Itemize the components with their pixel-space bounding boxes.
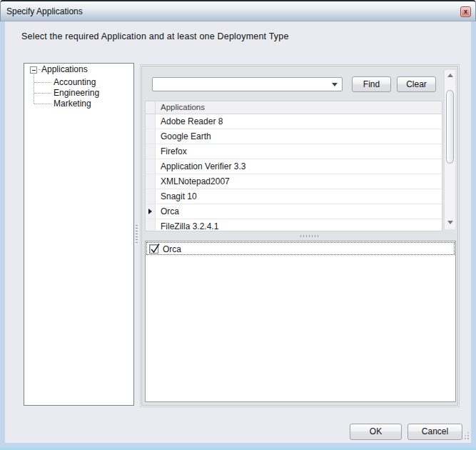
grid-header-row: Applications — [146, 101, 442, 114]
applications-panel: Find Clear Applications Adobe Reader 8 G… — [140, 64, 460, 407]
application-name-cell: Firefox — [156, 144, 187, 159]
scroll-down-icon[interactable] — [447, 221, 453, 224]
grid-row[interactable]: Snagit 10 — [146, 189, 442, 204]
window-title: Specify Applications — [6, 6, 83, 16]
application-name-cell: Google Earth — [156, 129, 211, 144]
grid-row[interactable]: XMLNotepad2007 — [146, 174, 442, 189]
grid-column-header[interactable]: Applications — [156, 101, 205, 114]
panel-splitter-handle[interactable] — [136, 225, 138, 244]
dialog-window: Specify Applications x Select the requir… — [0, 0, 476, 450]
application-name-cell: Application Verifier 3.3 — [156, 159, 245, 174]
check-icon — [149, 242, 162, 255]
grid-row[interactable]: Application Verifier 3.3 — [146, 159, 442, 174]
tree-node-marketing[interactable]: Marketing — [54, 99, 91, 109]
window-frame-bottom — [0, 443, 476, 450]
tree-connector-stub — [34, 93, 51, 94]
grid-row[interactable]: Adobe Reader 8 — [146, 114, 442, 129]
splitter-handle[interactable] — [300, 235, 319, 237]
tree-connector-line — [34, 73, 34, 104]
tree-connector-stub — [34, 104, 51, 104]
selected-application-label: Orca — [163, 244, 181, 255]
selected-applications-list: Orca — [145, 241, 456, 402]
scrollbar-thumb[interactable] — [446, 90, 454, 164]
dropdown-arrow-icon[interactable] — [332, 83, 338, 86]
minus-icon — [32, 70, 36, 71]
row-indicator-cell — [146, 219, 156, 231]
row-indicator-cell — [146, 114, 156, 129]
clear-button[interactable]: Clear — [397, 76, 436, 92]
current-row-arrow-icon — [148, 209, 152, 214]
search-input[interactable] — [153, 78, 328, 91]
grid-row[interactable]: FileZilla 3.2.4.1 — [146, 219, 442, 231]
close-icon: x — [464, 8, 467, 15]
window-frame-left — [0, 21, 5, 450]
resize-grip-icon[interactable] — [460, 430, 471, 441]
grid-row[interactable]: Google Earth — [146, 129, 442, 144]
vertical-scrollbar[interactable] — [444, 70, 455, 229]
title-bar[interactable]: Specify Applications — [0, 0, 476, 21]
row-indicator-cell — [146, 204, 156, 219]
close-button[interactable]: x — [460, 6, 471, 17]
tree-node-applications[interactable]: Applications — [41, 64, 88, 75]
scroll-up-icon[interactable] — [447, 74, 453, 77]
instruction-text: Select the required Application and at l… — [21, 31, 289, 41]
deployment-checkbox[interactable] — [149, 244, 158, 254]
tree-connector-stub — [34, 82, 51, 83]
search-combobox[interactable] — [152, 77, 343, 91]
tree-node-accounting[interactable]: Accounting — [54, 77, 96, 88]
row-indicator-cell — [146, 159, 156, 174]
window-frame-right — [471, 21, 476, 450]
row-indicator-cell — [146, 189, 156, 204]
application-name-cell: XMLNotepad2007 — [156, 174, 230, 189]
application-name-cell: FileZilla 3.2.4.1 — [156, 219, 218, 231]
ok-button[interactable]: OK — [350, 424, 402, 440]
applications-tree: Applications Accounting Engineering Mark… — [24, 63, 134, 406]
application-name-cell: Snagit 10 — [156, 189, 197, 204]
cancel-button[interactable]: Cancel — [407, 424, 462, 440]
row-indicator-cell — [146, 144, 156, 159]
applications-grid: Applications Adobe Reader 8 Google Earth… — [145, 101, 442, 231]
application-name-cell: Orca — [156, 204, 179, 219]
tree-node-engineering[interactable]: Engineering — [54, 88, 99, 99]
application-name-cell: Adobe Reader 8 — [156, 114, 223, 129]
grid-row[interactable]: Firefox — [146, 144, 442, 159]
grid-row-current[interactable]: Orca — [146, 204, 442, 219]
selected-application-item[interactable]: Orca — [146, 242, 455, 255]
row-indicator-cell — [146, 129, 156, 144]
grid-header-indicator-cell — [146, 101, 156, 114]
row-indicator-cell — [146, 174, 156, 189]
find-button[interactable]: Find — [352, 76, 391, 92]
